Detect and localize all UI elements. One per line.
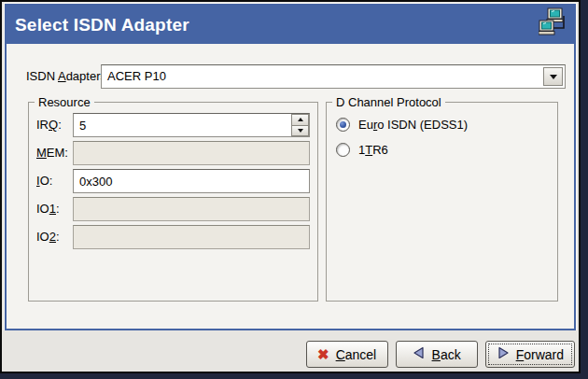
irq-spinbox[interactable] [73,113,310,137]
dialog-window: Select ISDN Adapter [0,0,581,373]
mem-input [74,142,309,164]
mem-field [73,141,310,165]
spin-down-button[interactable] [291,126,309,137]
d-channel-protocol-group: D Channel Protocol Euro ISDN (EDSS1) 1TR… [326,102,558,302]
isdn-adapters-label: ISDN Adapters: [26,64,110,89]
arrow-left-icon [413,346,426,362]
dialog-frame: Select ISDN Adapter [5,4,576,330]
radio-button-icon[interactable] [336,118,350,132]
radio-option-1tr6[interactable]: 1TR6 [336,141,388,158]
network-computers-icon [539,7,567,42]
button-bar: ✖ Cancel Back Forward [3,330,578,371]
io2-field [73,225,310,249]
spin-up-button[interactable] [291,114,309,126]
radio-euro-isdn-label: Euro ISDN (EDSS1) [358,118,468,132]
arrow-right-icon [497,346,510,362]
cancel-button-label: Cancel [336,347,377,362]
back-button[interactable]: Back [396,341,478,368]
radio-1tr6-label: 1TR6 [358,143,388,157]
irq-label: IRQ: [36,113,62,137]
io1-label: IO1: [36,197,60,221]
radio-option-euro-isdn[interactable]: Euro ISDN (EDSS1) [336,116,468,133]
dialog-content: ISDN Adapters: ACER P10 Resource IRQ: [7,44,574,329]
screen: Select ISDN Adapter [0,0,588,379]
irq-input[interactable] [74,114,291,136]
chevron-down-icon [298,129,303,133]
io2-input [74,226,309,248]
isdn-adapters-combobox[interactable]: ACER P10 [101,64,566,89]
forward-button[interactable]: Forward [485,341,575,368]
io2-label: IO2: [36,225,60,249]
io1-row: IO1: [29,197,317,221]
irq-row: IRQ: [29,113,317,137]
chevron-up-icon [298,118,303,121]
d-channel-protocol-group-title: D Channel Protocol [332,95,445,109]
io1-field [73,197,310,221]
resource-group-title: Resource [35,95,94,109]
io-field[interactable] [73,169,310,193]
titlebar: Select ISDN Adapter [7,6,574,44]
io-label: IO: [36,169,52,193]
window-title: Select ISDN Adapter [15,15,539,35]
chevron-down-icon [550,75,557,79]
cancel-button[interactable]: ✖ Cancel [306,341,388,368]
combobox-dropdown-button[interactable] [543,67,563,86]
resource-group: Resource IRQ: [28,102,318,302]
radio-button-icon[interactable] [336,143,350,157]
forward-button-label: Forward [516,347,564,362]
red-x-icon: ✖ [317,347,329,361]
io-input[interactable] [74,170,309,192]
mem-label: MEM: [36,141,68,165]
irq-spinner [291,114,309,136]
mem-row: MEM: [29,141,317,165]
io-row: IO: [29,169,317,193]
adapter-row: ISDN Adapters: ACER P10 [7,64,574,89]
combobox-value: ACER P10 [102,65,541,88]
io2-row: IO2: [29,225,317,249]
io1-input [74,198,309,220]
back-button-label: Back [432,347,461,362]
